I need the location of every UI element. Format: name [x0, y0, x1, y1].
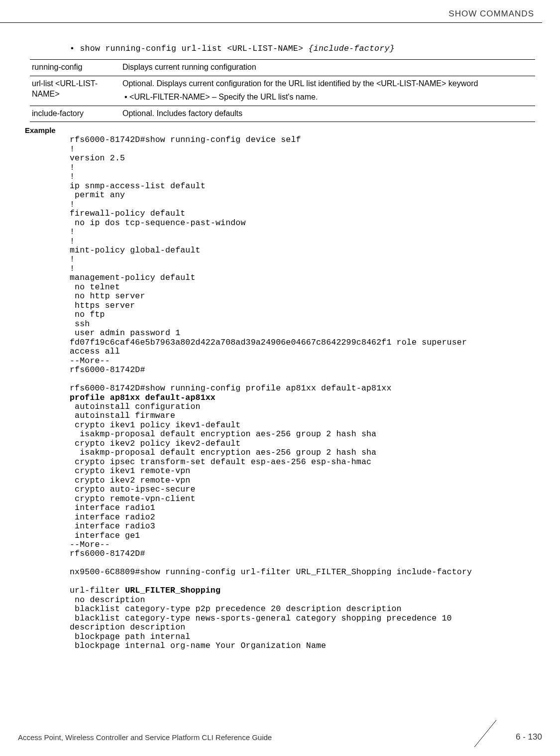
- example-heading: Example: [25, 126, 535, 134]
- header-rule: [0, 22, 542, 23]
- code-block: rfs6000-81742D#show running-config devic…: [70, 135, 535, 650]
- content-area: • show running-config url-list <URL-LIST…: [30, 44, 535, 651]
- footer-guide-title: Access Point, Wireless Controller and Se…: [18, 733, 272, 742]
- param-desc: Displays current running configuration: [120, 60, 535, 76]
- table-row: include-factory Optional. Includes facto…: [30, 106, 535, 122]
- parameter-table: running-config Displays current running …: [30, 59, 535, 122]
- param-name: url-list <URL-LIST-NAME>: [30, 76, 120, 106]
- code-block2: no description blacklist category-type p…: [70, 595, 457, 650]
- page: SHOW COMMANDS • show running-config url-…: [0, 0, 560, 756]
- param-desc-text: Optional. Displays current configuration…: [122, 79, 478, 88]
- header-section-title: SHOW COMMANDS: [448, 9, 534, 19]
- param-name: include-factory: [30, 106, 120, 122]
- param-sub-bullet: • <URL-FILTER-NAME> – Specify the URL li…: [122, 92, 531, 103]
- syntax-text: show running-config url-list <URL-LIST-N…: [80, 44, 308, 53]
- code-post1: autoinstall configuration autoinstall fi…: [70, 402, 472, 577]
- param-name: running-config: [30, 60, 120, 76]
- code-pre1: rfs6000-81742D#show running-config devic…: [70, 135, 472, 393]
- footer-page-number: 6 - 130: [516, 732, 542, 742]
- code-bold-profile: profile ap81xx default-ap81xx: [70, 393, 216, 402]
- table-row: url-list <URL-LIST-NAME> Optional. Displ…: [30, 76, 535, 106]
- table-row: running-config Displays current running …: [30, 60, 535, 76]
- code-url-bold: URL_FILTER_Shopping: [125, 586, 221, 595]
- param-desc: Optional. Displays current configuration…: [120, 76, 535, 106]
- bullet: •: [70, 44, 75, 53]
- code-url-prefix: url-filter: [70, 586, 125, 595]
- syntax-line: • show running-config url-list <URL-LIST…: [70, 44, 535, 53]
- syntax-italic: {include-factory}: [308, 44, 394, 53]
- param-desc: Optional. Includes factory defaults: [120, 106, 535, 122]
- page-footer: Access Point, Wireless Controller and Se…: [18, 732, 542, 742]
